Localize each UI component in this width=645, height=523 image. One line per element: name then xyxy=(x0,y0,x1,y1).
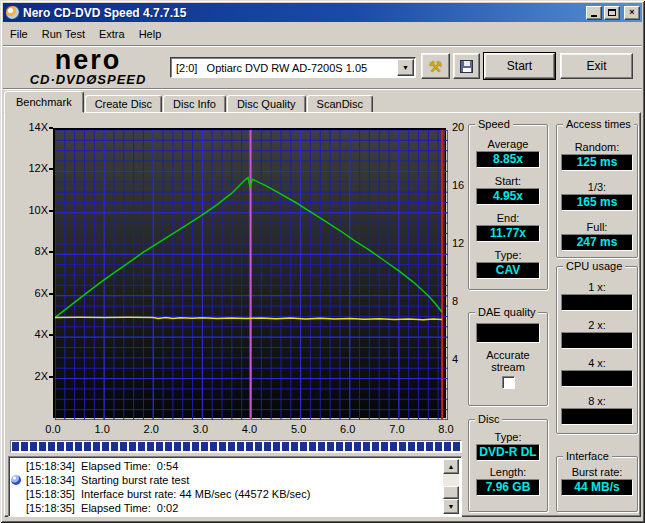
y-axis-left-tick: 14X xyxy=(16,121,48,133)
log-scrollbar[interactable]: ▲ ▼ xyxy=(443,459,459,514)
app-window: Nero CD-DVD Speed 4.7.7.15 × FileRun Tes… xyxy=(0,0,645,523)
tab-scandisc[interactable]: ScanDisc xyxy=(307,95,373,113)
tick-mark xyxy=(49,251,53,253)
log-timestamp: [15:18:34] xyxy=(26,473,75,487)
tab-benchmark[interactable]: Benchmark xyxy=(4,91,84,113)
tab-disc-info[interactable]: Disc Info xyxy=(163,95,226,113)
log-text: Starting burst rate test xyxy=(75,474,189,486)
y-axis-right-tick: 8 xyxy=(452,295,476,307)
maximize-button[interactable] xyxy=(604,6,620,20)
x-axis-tick: 3.0 xyxy=(185,423,215,435)
y-axis-left-tick: 8X xyxy=(16,245,48,257)
log-timestamp: [15:18:35] xyxy=(26,487,75,501)
arrow-down-icon: ▼ xyxy=(448,503,455,510)
value-display: 125 ms xyxy=(561,154,633,171)
log-listbox[interactable]: [15:18:34] Elapsed Time: 0:54[15:18:34] … xyxy=(8,456,462,517)
benchmark-chart: 14X12X10X8X6X4X2X201612840.01.02.03.04.0… xyxy=(0,112,475,442)
close-button[interactable]: × xyxy=(624,6,640,20)
tick-mark xyxy=(49,127,53,129)
floppy-save-icon xyxy=(460,60,473,73)
read-speed-line xyxy=(55,178,442,318)
menu-bar: FileRun TestExtraHelp xyxy=(3,24,642,44)
field-label: Type: xyxy=(495,431,522,444)
log-row: [15:18:34] Starting burst rate test xyxy=(11,473,443,487)
x-axis-tick: 6.0 xyxy=(333,423,363,435)
log-timestamp: [15:18:34] xyxy=(26,459,75,473)
exit-button-label: Exit xyxy=(586,59,606,73)
value-display xyxy=(561,370,633,387)
field-label: 4 x: xyxy=(588,357,606,370)
tab-disc-quality[interactable]: Disc Quality xyxy=(227,95,306,113)
x-axis-tick: 8.0 xyxy=(431,423,461,435)
field-label: Type: xyxy=(495,249,522,262)
tick-mark xyxy=(49,376,53,378)
log-row: [15:18:35] Elapsed Time: 0:02 xyxy=(11,501,443,515)
drive-selector-value: [2:0] Optiarc DVD RW AD-7200S 1.05 xyxy=(171,62,396,74)
cpu-usage-group-title: CPU usage xyxy=(563,260,625,272)
log-row: [15:18:35] Interface burst rate: 44 MB/s… xyxy=(11,487,443,501)
value-display xyxy=(561,408,633,425)
x-axis-tick: 5.0 xyxy=(284,423,314,435)
field-label: 1/3: xyxy=(588,181,606,194)
tab-create-disc[interactable]: Create Disc xyxy=(85,95,162,113)
accurate-stream-checkbox[interactable] xyxy=(502,376,515,389)
value-display: 165 ms xyxy=(561,194,633,211)
dae-quality-group: DAE quality Accurate stream xyxy=(468,312,548,406)
save-button[interactable] xyxy=(453,53,480,79)
title-bar[interactable]: Nero CD-DVD Speed 4.7.7.15 × xyxy=(3,3,642,22)
tab-strip: BenchmarkCreate DiscDisc InfoDisc Qualit… xyxy=(6,92,374,113)
disc-group: Disc Type:DVD-R DLLength:7.96 GB xyxy=(468,419,548,512)
app-icon xyxy=(5,5,20,20)
access-times-group: Access times Random:125 ms1/3:165 msFull… xyxy=(556,124,638,258)
accurate-stream-label-line1: Accurate xyxy=(486,349,529,361)
eject-tools-button[interactable]: ⚒ xyxy=(421,53,450,79)
y-axis-left-tick: 2X xyxy=(16,370,48,382)
scroll-up-button[interactable]: ▲ xyxy=(443,459,459,474)
nero-logo-subtitle: CD·DVDØSPEED xyxy=(8,72,168,87)
speed-group: Speed Average8.85xStart:4.95xEnd:11.77xT… xyxy=(468,124,548,290)
rotation-speed-line xyxy=(55,317,442,319)
separator xyxy=(3,88,642,90)
interface-group-title: Interface xyxy=(563,450,612,462)
field-label: End: xyxy=(497,212,520,225)
tick-mark xyxy=(49,210,53,212)
menu-run-test[interactable]: Run Test xyxy=(35,26,92,42)
start-button[interactable]: Start xyxy=(484,53,555,79)
minimize-icon xyxy=(591,15,597,17)
y-axis-left-tick: 12X xyxy=(16,162,48,174)
window-title: Nero CD-DVD Speed 4.7.7.15 xyxy=(23,6,584,20)
minimize-button[interactable] xyxy=(586,6,602,20)
progress-bar xyxy=(10,440,462,453)
chevron-down-icon[interactable]: ▼ xyxy=(397,59,414,76)
field-label: 1 x: xyxy=(588,281,606,294)
x-axis-tick: 0.0 xyxy=(38,423,68,435)
y-axis-left-tick: 4X xyxy=(16,328,48,340)
access-times-group-title: Access times xyxy=(563,118,634,130)
field-label: Average xyxy=(488,138,529,151)
speed-group-title: Speed xyxy=(475,118,513,130)
tick-mark xyxy=(49,293,53,295)
scroll-down-button[interactable]: ▼ xyxy=(443,499,459,514)
nero-logo-word: nero xyxy=(8,48,168,72)
exit-button[interactable]: Exit xyxy=(560,53,633,79)
tick-mark xyxy=(49,334,53,336)
value-display: 44 MB/s xyxy=(561,479,633,496)
value-display: 11.77x xyxy=(476,225,540,242)
dae-quality-group-title: DAE quality xyxy=(475,306,538,318)
dae-quality-display xyxy=(476,323,540,343)
x-axis-tick: 4.0 xyxy=(235,423,265,435)
value-display: CAV xyxy=(476,262,540,279)
field-label: 2 x: xyxy=(588,319,606,332)
log-rows: [15:18:34] Elapsed Time: 0:54[15:18:34] … xyxy=(11,459,443,514)
value-display: DVD-R DL xyxy=(476,444,540,461)
arrow-up-icon: ▲ xyxy=(448,463,455,470)
menu-help[interactable]: Help xyxy=(132,26,169,42)
cpu-usage-group: CPU usage 1 x:2 x:4 x:8 x: xyxy=(556,266,638,434)
x-axis-tick: 2.0 xyxy=(136,423,166,435)
field-label: Start: xyxy=(495,175,521,188)
menu-extra[interactable]: Extra xyxy=(92,26,132,42)
value-display xyxy=(561,332,633,349)
drive-selector[interactable]: [2:0] Optiarc DVD RW AD-7200S 1.05 ▼ xyxy=(170,57,416,78)
menu-file[interactable]: File xyxy=(3,26,35,42)
scrollbar-thumb[interactable] xyxy=(443,486,459,499)
